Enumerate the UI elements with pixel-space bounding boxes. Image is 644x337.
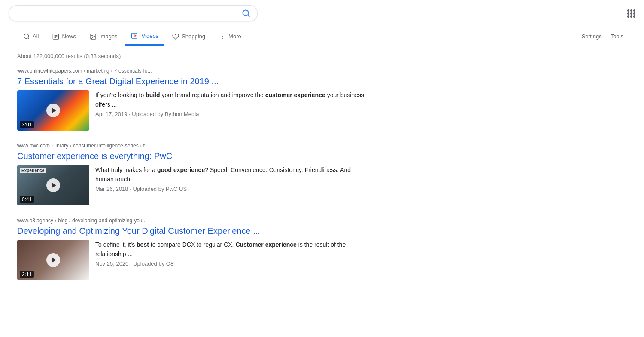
result-meta: Apr 17, 2019 · Uploaded by Bython Media bbox=[95, 111, 369, 117]
shopping-icon bbox=[172, 33, 179, 40]
result-title[interactable]: Developing and Optimizing Your Digital C… bbox=[17, 226, 260, 236]
play-button[interactable] bbox=[46, 253, 60, 267]
thumb-label: Experience bbox=[20, 168, 46, 173]
result-thumbnail[interactable]: 3:01 bbox=[17, 90, 89, 131]
result-stats: About 122,000,000 results (0.33 seconds) bbox=[17, 53, 369, 59]
search-bar: creating a great digital experience bbox=[9, 5, 258, 21]
play-button[interactable] bbox=[46, 104, 60, 117]
svg-point-9 bbox=[92, 35, 93, 36]
news-icon bbox=[52, 33, 59, 40]
search-icon bbox=[242, 9, 250, 18]
tab-images[interactable]: Images bbox=[84, 28, 124, 45]
settings-link[interactable]: Settings bbox=[578, 28, 605, 45]
result-body: Experience 0:41 What truly makes for a g… bbox=[17, 165, 369, 205]
tab-videos-label: Videos bbox=[142, 33, 159, 39]
search-button[interactable] bbox=[242, 9, 250, 18]
result-title[interactable]: Customer experience is everything: PwC bbox=[17, 151, 172, 161]
result-thumbnail[interactable]: 2:11 bbox=[17, 240, 89, 280]
svg-marker-11 bbox=[134, 34, 137, 37]
result-meta: Mar 26, 2018 · Uploaded by PwC US bbox=[95, 186, 369, 192]
result-description: What truly makes for a good experience? … bbox=[95, 165, 369, 184]
tab-shopping[interactable]: Shopping bbox=[166, 28, 211, 45]
video-duration: 0:41 bbox=[20, 196, 34, 203]
result-url: www.pwc.com › library › consumer-intelli… bbox=[17, 143, 369, 149]
play-button[interactable] bbox=[46, 178, 60, 192]
svg-line-1 bbox=[248, 15, 249, 17]
video-duration: 2:11 bbox=[20, 271, 34, 278]
nav-tabs: All News Images Videos Shopping ⋮ More S… bbox=[0, 27, 644, 46]
result-item: www.o8.agency › blog › developing-and-op… bbox=[17, 218, 369, 280]
result-thumbnail[interactable]: Experience 0:41 bbox=[17, 165, 89, 205]
result-description-wrap: What truly makes for a good experience? … bbox=[95, 165, 369, 205]
result-body: 3:01 If you're looking to build your bra… bbox=[17, 90, 369, 131]
result-title[interactable]: 7 Essentials for a Great Digital Experie… bbox=[17, 77, 219, 86]
tab-news-label: News bbox=[62, 33, 76, 40]
result-description: To define it, it's best to compare DCX t… bbox=[95, 240, 369, 259]
result-url: www.o8.agency › blog › developing-and-op… bbox=[17, 218, 369, 224]
tab-all[interactable]: All bbox=[17, 28, 45, 45]
tab-more-label: More bbox=[228, 33, 241, 40]
result-description-wrap: To define it, it's best to compare DCX t… bbox=[95, 240, 369, 280]
svg-point-2 bbox=[24, 34, 29, 39]
tab-all-label: All bbox=[33, 33, 39, 40]
results-area: About 122,000,000 results (0.33 seconds)… bbox=[0, 46, 386, 299]
tab-images-label: Images bbox=[99, 33, 118, 40]
result-item: www.onlinewhitepapers.com › marketing › … bbox=[17, 68, 369, 131]
tools-link[interactable]: Tools bbox=[607, 28, 627, 45]
svg-line-3 bbox=[28, 38, 29, 39]
result-meta: Nov 25, 2020 · Uploaded by O8 bbox=[95, 260, 369, 267]
result-description-wrap: If you're looking to build your brand re… bbox=[95, 90, 369, 131]
result-item: www.pwc.com › library › consumer-intelli… bbox=[17, 143, 369, 205]
video-duration: 3:01 bbox=[20, 121, 34, 128]
tab-videos[interactable]: Videos bbox=[125, 28, 165, 46]
videos-icon bbox=[131, 33, 139, 39]
tab-news[interactable]: News bbox=[46, 28, 82, 45]
tab-shopping-label: Shopping bbox=[182, 33, 205, 40]
result-url: www.onlinewhitepapers.com › marketing › … bbox=[17, 68, 369, 74]
search-input[interactable]: creating a great digital experience bbox=[16, 9, 238, 17]
images-icon bbox=[90, 33, 97, 40]
result-description: If you're looking to build your brand re… bbox=[95, 90, 369, 109]
search-icon bbox=[23, 33, 30, 40]
header: creating a great digital experience bbox=[0, 0, 644, 27]
result-body: 2:11 To define it, it's best to compare … bbox=[17, 240, 369, 280]
apps-grid-icon[interactable] bbox=[627, 9, 635, 18]
more-dots-icon: ⋮ bbox=[219, 32, 226, 40]
tab-more[interactable]: ⋮ More bbox=[213, 27, 247, 46]
